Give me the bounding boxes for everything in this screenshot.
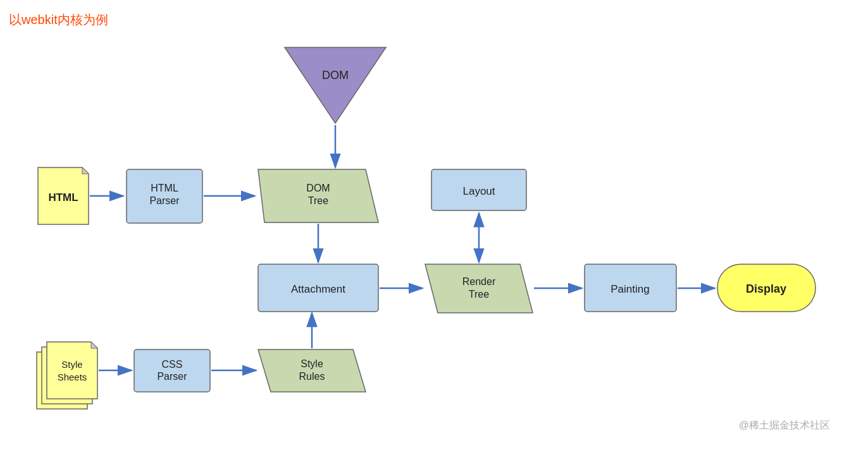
dom-tree-label-line1: DOM [306,183,330,193]
html-parser-label-line2: Parser [149,195,180,206]
render-tree-label-line2: Tree [469,289,489,300]
painting-label: Painting [611,283,649,295]
css-parser-label-line2: Parser [157,371,187,382]
css-parser-label-line1: CSS [162,359,183,370]
diagram: DOM HTML HTML Parser DOM Tree Attachment… [0,0,868,450]
watermark: @稀土掘金技术社区 [739,419,830,432]
render-tree-label-line1: Render [462,276,496,287]
style-sheets-corner [91,342,97,348]
style-sheets-label-line2: Sheets [58,372,87,382]
dom-node [285,47,386,123]
html-label: HTML [48,192,78,204]
dom-tree-label-line2: Tree [308,195,328,206]
attachment-label: Attachment [291,283,345,295]
layout-label: Layout [462,185,495,197]
dom-label: DOM [322,69,349,82]
style-rules-label-line1: Style [301,358,323,369]
style-rules-label-line2: Rules [299,371,325,382]
style-sheets-node [47,342,97,399]
style-sheets-label-line1: Style [61,359,82,370]
html-doc-corner [82,167,89,174]
html-parser-label-line1: HTML [151,183,178,193]
display-label: Display [746,283,786,295]
